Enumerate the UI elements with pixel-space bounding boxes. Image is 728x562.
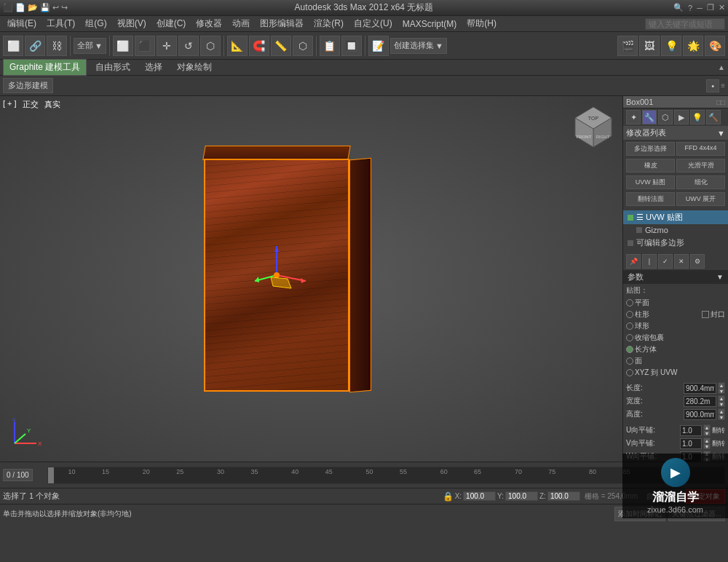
menu-graph-editor[interactable]: 图形编辑器: [256, 16, 308, 31]
radio-sphere[interactable]: [626, 322, 633, 330]
u-tile-spinner[interactable]: ▲ ▼: [703, 424, 711, 436]
panel-icon-motion[interactable]: ▶: [674, 110, 689, 124]
obj-paint-btn[interactable]: •: [706, 79, 719, 92]
menu-group[interactable]: 组(G): [81, 16, 111, 31]
help-icon[interactable]: ?: [688, 4, 692, 12]
modifier-list-dropdown[interactable]: 修改器列表 ▼: [623, 126, 728, 140]
y-input[interactable]: [505, 491, 538, 501]
radio-face[interactable]: [626, 357, 633, 365]
nav-cube[interactable]: TOP FRONT RIGHT: [571, 103, 615, 147]
panel-icon-utils[interactable]: 🔨: [706, 110, 721, 124]
close-btn[interactable]: ✕: [719, 3, 725, 12]
toolbar-scale[interactable]: ⬡: [200, 36, 221, 56]
modifier-gizmo[interactable]: Gizmo: [623, 224, 728, 236]
toolbar-render5[interactable]: 🎨: [705, 36, 725, 56]
height-up[interactable]: ▲: [718, 408, 725, 414]
smooth-btn[interactable]: 光滑平滑: [676, 159, 725, 173]
v-tile-spinner[interactable]: ▲ ▼: [703, 438, 711, 449]
radio-shrink[interactable]: [626, 334, 633, 341]
graphite-collapse[interactable]: ▲: [718, 63, 725, 71]
modifier-uvw[interactable]: ☰ UVW 贴图: [623, 210, 728, 224]
selection-region-dropdown[interactable]: 创建选择集 ▼: [390, 38, 447, 54]
object-name[interactable]: Box001: [626, 98, 716, 106]
stack-show-btn[interactable]: |: [642, 254, 657, 269]
radio-xyz[interactable]: [626, 369, 633, 376]
toolbar-render1[interactable]: 🎬: [617, 36, 638, 56]
title-icon1[interactable]: 📄: [15, 3, 25, 12]
z-input[interactable]: [547, 491, 580, 501]
params-header[interactable]: 参数 ▼: [623, 270, 728, 284]
v-tile-input[interactable]: [680, 438, 702, 449]
panel-icon-display[interactable]: 💡: [690, 110, 705, 124]
menu-help[interactable]: 帮助(H): [462, 16, 501, 31]
select-by-name-btn[interactable]: 📝: [368, 36, 389, 56]
toolbar-mirror[interactable]: 🔲: [341, 36, 362, 56]
toolbar-snap[interactable]: 🧲: [249, 36, 269, 56]
viewport-shading[interactable]: 真实: [44, 99, 60, 110]
minimize-btn[interactable]: ─: [697, 4, 703, 12]
x-input[interactable]: [463, 491, 496, 501]
height-input[interactable]: [684, 409, 716, 420]
viewport[interactable]: [ + ] 正交 真实 TOP FRONT RIGHT: [0, 96, 622, 462]
stack-del-btn[interactable]: ✕: [674, 254, 689, 269]
toolbar-render4[interactable]: 🌟: [683, 36, 703, 56]
toolbar-snap3[interactable]: ⬡: [293, 36, 313, 56]
toolbar-snap2[interactable]: 📏: [271, 36, 291, 56]
toolbar-layer[interactable]: 📋: [320, 36, 340, 56]
v-up[interactable]: ▲: [703, 438, 711, 443]
toolbar-select-obj[interactable]: ⬜: [113, 36, 133, 56]
uvw-btn[interactable]: UVW 贴图: [626, 175, 675, 189]
length-up[interactable]: ▲: [718, 382, 725, 388]
rubber-btn[interactable]: 橡皮: [626, 159, 675, 173]
refine-btn[interactable]: 细化: [676, 175, 725, 189]
title-redo[interactable]: ↪: [61, 3, 68, 12]
graphite-tab-main[interactable]: Graphite 建模工具: [3, 59, 87, 76]
v-down[interactable]: ▼: [703, 443, 711, 449]
menu-render[interactable]: 渲染(R): [309, 16, 348, 31]
toolbar-render2[interactable]: 🖼: [639, 36, 660, 56]
menu-create[interactable]: 创建(C): [152, 16, 191, 31]
menu-view[interactable]: 视图(V): [113, 16, 151, 31]
stack-cfg-btn[interactable]: ⚙: [690, 254, 705, 269]
search-input[interactable]: [649, 20, 721, 28]
toolbar-move[interactable]: ✛: [157, 36, 177, 56]
height-down[interactable]: ▼: [718, 414, 725, 420]
multi-select-btn[interactable]: 多边形选择: [626, 142, 675, 156]
check-cap[interactable]: [702, 311, 709, 318]
stack-active-btn[interactable]: ✓: [658, 254, 673, 269]
title-icon3[interactable]: 💾: [40, 3, 50, 12]
viewport-projection[interactable]: 正交: [23, 99, 39, 110]
toolbar-select-all[interactable]: ⬜: [3, 36, 23, 56]
width-spinner[interactable]: ▲ ▼: [718, 395, 725, 407]
panel-icon-hierarchy[interactable]: ⬡: [658, 110, 673, 124]
graphite-tab-paint[interactable]: 对象绘制: [171, 60, 218, 75]
panel-icon-modify[interactable]: 🔧: [642, 110, 657, 124]
u-tile-input[interactable]: [680, 425, 702, 436]
graphite-tab-select[interactable]: 选择: [139, 60, 168, 75]
height-spinner[interactable]: ▲ ▼: [718, 408, 725, 420]
u-down[interactable]: ▼: [703, 430, 711, 436]
modifier-editable-poly[interactable]: 可编辑多边形: [623, 236, 728, 250]
menu-maxscript[interactable]: MAXScript(M): [398, 17, 462, 31]
length-input[interactable]: [684, 383, 716, 394]
radio-planar[interactable]: [626, 299, 633, 306]
uvw-expand-btn[interactable]: UWV 展开: [676, 192, 725, 206]
toolbar-link[interactable]: 🔗: [25, 36, 45, 56]
lock-icon[interactable]: 🔒: [443, 491, 454, 502]
normal-flip-btn[interactable]: 翻转法面: [626, 192, 675, 206]
menu-tools[interactable]: 工具(T): [42, 16, 79, 31]
stack-pin-btn[interactable]: 📌: [626, 254, 641, 269]
toolbar-unlink[interactable]: ⛓: [47, 36, 67, 56]
timeline-slider[interactable]: [48, 467, 54, 483]
viewport-plus[interactable]: [ + ]: [3, 99, 17, 110]
width-up[interactable]: ▲: [718, 395, 725, 401]
width-down[interactable]: ▼: [718, 401, 725, 407]
search-box-icon[interactable]: 🔍: [673, 3, 684, 12]
graphite-tab-freeform[interactable]: 自由形式: [90, 60, 136, 75]
restore-btn[interactable]: ❐: [707, 3, 714, 12]
width-input[interactable]: [684, 396, 716, 407]
toolbar-reference[interactable]: 📐: [227, 36, 248, 56]
toolbar-render3[interactable]: 💡: [661, 36, 681, 56]
toolbar-select-region[interactable]: ⬛: [135, 36, 155, 56]
u-up[interactable]: ▲: [703, 424, 711, 430]
